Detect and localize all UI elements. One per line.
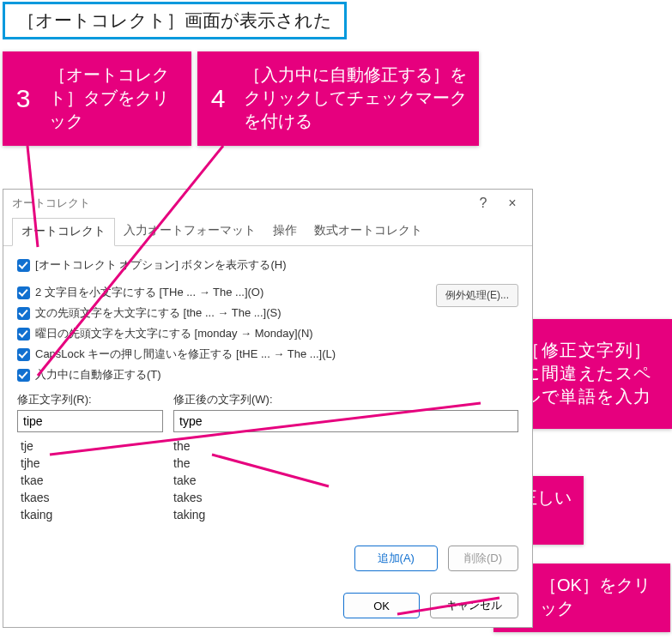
replacement-list[interactable]: tje the tjhe the tkae take tkaes takes t…	[17, 437, 518, 540]
dialog-title: オートコレクト	[12, 196, 469, 211]
callout-3: 3 ［オートコレクト］タブをクリック	[3, 51, 191, 146]
callout-number: 4	[197, 51, 239, 146]
ok-button[interactable]: OK	[343, 593, 420, 618]
cancel-button[interactable]: キャンセル	[430, 593, 518, 618]
list-with: take	[173, 473, 518, 487]
tab-math-autocorrect[interactable]: 数式オートコレクト	[306, 218, 431, 246]
check-label: 入力中に自動修正する(T)	[35, 367, 161, 383]
replace-input[interactable]	[17, 410, 163, 432]
tab-autoformat-typing[interactable]: 入力オートフォーマット	[115, 218, 264, 246]
with-label: 修正後の文字列(W):	[173, 392, 518, 407]
checkmark-icon	[17, 369, 30, 382]
callout-text: ［オートコレクト］タブをクリック	[44, 51, 191, 146]
checkmark-icon	[17, 286, 30, 299]
list-replace: tkae	[17, 473, 163, 487]
add-button[interactable]: 追加(A)	[354, 546, 438, 571]
check-capitalize-days[interactable]: 曜日の先頭文字を大文字にする [monday → Monday](N)	[17, 323, 518, 344]
close-button[interactable]: ×	[498, 196, 527, 211]
page-heading: ［オートコレクト］画面が表示された	[3, 2, 347, 39]
help-button[interactable]: ?	[469, 196, 498, 211]
check-label: 文の先頭文字を大文字にする [the ... → The ...](S)	[35, 305, 282, 321]
callout-text: ［OK］をクリック	[535, 564, 670, 632]
replace-label: 修正文字列(R):	[17, 392, 163, 407]
check-fix-capslock[interactable]: CapsLock キーの押し間違いを修正する [tHE ... → The ..…	[17, 344, 518, 365]
list-replace: tkaing	[17, 508, 163, 521]
callout-4: 4 ［入力中に自動修正する］をクリックしてチェックマークを付ける	[197, 51, 479, 146]
list-replace: tkaes	[17, 491, 163, 504]
dialog-pane: [オートコレクト オプション] ボタンを表示する(H) 2 文字目を小文字にする…	[3, 246, 532, 627]
dialog-titlebar: オートコレクト ? ×	[3, 190, 532, 217]
tab-autocorrect[interactable]: オートコレクト	[12, 218, 115, 246]
list-item[interactable]: tkaing taking	[17, 506, 518, 523]
list-item[interactable]: tkaes takes	[17, 489, 518, 506]
checkmark-icon	[17, 307, 30, 320]
list-item[interactable]: tkae take	[17, 472, 518, 489]
list-with: the	[173, 456, 518, 470]
dialog-tabs: オートコレクト 入力オートフォーマット 操作 数式オートコレクト	[3, 217, 532, 246]
checkmark-icon	[17, 259, 30, 272]
checkmark-icon	[17, 328, 30, 341]
list-with: taking	[173, 508, 518, 521]
check-replace-as-you-type[interactable]: 入力中に自動修正する(T)	[17, 365, 518, 385]
exceptions-button[interactable]: 例外処理(E)...	[436, 284, 518, 307]
check-label: 曜日の先頭文字を大文字にする [monday → Monday](N)	[35, 326, 313, 341]
list-with: the	[173, 439, 518, 453]
check-label: CapsLock キーの押し間違いを修正する [tHE ... → The ..…	[35, 347, 336, 362]
tab-actions[interactable]: 操作	[264, 218, 306, 246]
callout-text: ［修正文字列］に間違えたスペルで単語を入力	[518, 319, 672, 429]
check-show-options-button[interactable]: [オートコレクト オプション] ボタンを表示する(H)	[17, 255, 518, 275]
check-label: 2 文字目を小文字にする [THe ... → The ...](O)	[35, 285, 263, 300]
callout-text: ［入力中に自動修正する］をクリックしてチェックマークを付ける	[239, 51, 479, 146]
list-replace: tje	[17, 439, 163, 453]
callout-number: 3	[3, 51, 44, 146]
check-label: [オートコレクト オプション] ボタンを表示する(H)	[35, 257, 287, 273]
with-input[interactable]	[173, 410, 518, 432]
list-replace: tjhe	[17, 456, 163, 470]
list-with: takes	[173, 491, 518, 504]
list-item[interactable]: tjhe the	[17, 455, 518, 472]
list-item[interactable]: tje the	[17, 437, 518, 455]
checkmark-icon	[17, 348, 30, 361]
autocorrect-dialog: オートコレクト ? × オートコレクト 入力オートフォーマット 操作 数式オート…	[3, 189, 533, 628]
delete-button[interactable]: 削除(D)	[448, 546, 518, 571]
